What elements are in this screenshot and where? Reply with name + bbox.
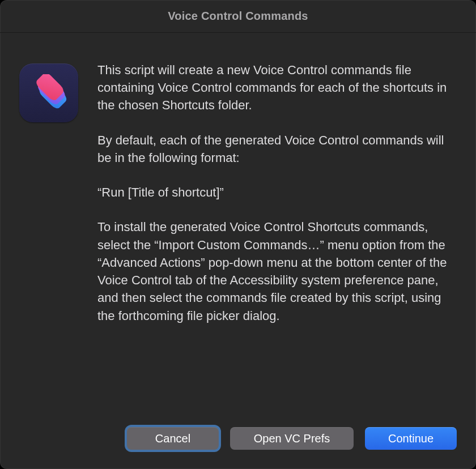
message-paragraph-2: By default, each of the generated Voice … bbox=[97, 131, 457, 167]
dialog-body-row: This script will create a new Voice Cont… bbox=[19, 61, 457, 325]
shortcuts-layers-icon bbox=[30, 74, 67, 112]
message-paragraph-1: This script will create a new Voice Cont… bbox=[97, 61, 457, 114]
dialog-window: Voice Control Commands bbox=[0, 0, 476, 469]
shortcuts-app-icon bbox=[19, 63, 78, 122]
titlebar: Voice Control Commands bbox=[0, 0, 476, 33]
dialog-content: This script will create a new Voice Cont… bbox=[0, 33, 476, 469]
dialog-message: This script will create a new Voice Cont… bbox=[97, 61, 457, 325]
message-paragraph-4: To install the generated Voice Control S… bbox=[97, 218, 457, 324]
dialog-button-row: Cancel Open VC Prefs Continue bbox=[19, 416, 457, 450]
dialog-title: Voice Control Commands bbox=[168, 10, 308, 23]
cancel-button[interactable]: Cancel bbox=[127, 427, 219, 450]
continue-button[interactable]: Continue bbox=[365, 427, 457, 450]
message-paragraph-3: “Run [Title of shortcut]” bbox=[97, 184, 457, 201]
open-vc-prefs-button[interactable]: Open VC Prefs bbox=[230, 427, 354, 450]
